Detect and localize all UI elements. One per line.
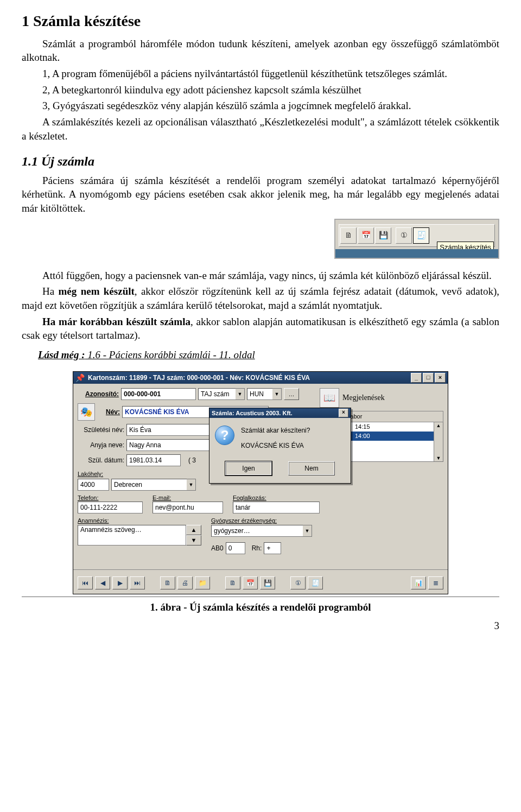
nav-new-icon[interactable]: 🗎 <box>225 576 240 589</box>
paragraph: Attól függően, hogy a paciensnek van-e m… <box>22 269 499 283</box>
toolbar-screenshot: 🗎 📅 💾 ① 🧾 Számla készítés <box>334 219 499 259</box>
appointments-title: Megjelenések <box>342 393 385 403</box>
figure-caption: 1. ábra - Új számla készítés a rendelői … <box>22 600 499 614</box>
toolbar-save-icon[interactable]: 💾 <box>375 227 391 244</box>
label-email: E-mail: <box>153 494 223 502</box>
window-controls: _ □ × <box>411 373 446 383</box>
bold-text: még nem készült <box>59 286 135 297</box>
country-combo[interactable]: HUN▼ <box>247 388 282 400</box>
form-body: 📖 Megjelenések időpont / Labor .01.07 14… <box>73 384 448 565</box>
toolbar-new-icon[interactable]: 🗎 <box>340 227 357 244</box>
yes-button[interactable]: Igen <box>225 461 272 475</box>
label-age: ( 3 <box>183 456 196 465</box>
toolbar-invoice-button[interactable]: 🧾 <box>413 227 429 244</box>
divider <box>22 597 499 597</box>
question-icon: ? <box>215 426 234 445</box>
label-azonosito: Azonosító: <box>78 390 119 398</box>
id-lookup-button[interactable]: … <box>284 388 299 400</box>
pin-icon <box>75 373 85 383</box>
toolbar-circled-1[interactable]: ① <box>396 227 412 244</box>
toolbar-calendar-icon[interactable]: 📅 <box>358 227 374 244</box>
nav-save-icon[interactable]: 💾 <box>260 576 275 589</box>
bold-text: Ha már korábban készült számla <box>42 316 190 327</box>
phone-field[interactable]: 00-111-2222 <box>78 502 143 513</box>
label-nev: Név: <box>98 408 120 416</box>
nav-folder-icon[interactable]: 📁 <box>195 576 210 589</box>
dialog-text: Számlát akar készíteni? KOVÁCSNÉ KIS ÉVA <box>241 426 310 451</box>
city-combo[interactable]: Debrecen▼ <box>111 479 196 491</box>
label-foglalkozas: Foglalkozás: <box>233 494 320 502</box>
nav-last-icon[interactable]: ⏭ <box>130 576 145 589</box>
heading-1-1: 1.1 Új számla <box>22 153 499 170</box>
nav-next-icon[interactable]: ▶ <box>112 576 128 589</box>
email-field[interactable]: nev@pont.hu <box>153 502 223 513</box>
paragraph: 3, Gyógyászati segédeszköz vény alapján … <box>22 99 499 113</box>
label-telefon: Telefon: <box>78 494 143 502</box>
nav-toolbar: ⏮ ◀ ▶ ⏭ 🗎 🖨 📁 🗎 📅 💾 ① 🧾 📊 ≣ <box>73 574 448 594</box>
paragraph: Számlát a programból háromféle módon tud… <box>22 37 499 65</box>
nav-calendar-icon[interactable]: 📅 <box>243 576 258 589</box>
mothername-field[interactable]: Nagy Anna <box>126 439 213 451</box>
text: Ha <box>42 286 59 297</box>
label-abo: AB0 <box>211 544 224 553</box>
label-anyja: Anyja neve: <box>78 441 124 449</box>
nav-circled1-icon[interactable]: ① <box>290 576 306 589</box>
close-button[interactable]: × <box>435 373 446 383</box>
scrollbar[interactable]: ▲▼ <box>434 422 443 461</box>
dialog-title: Számla: Acusticus 2003. Kft. <box>212 409 293 417</box>
abo-field[interactable]: 0 <box>226 542 245 554</box>
allergy-combo[interactable]: gyógyszer…▼ <box>211 525 312 537</box>
see-also-label: Lásd még : <box>38 349 85 360</box>
nav-print-icon[interactable]: 🖨 <box>177 576 193 589</box>
dialog-line2: KOVÁCSNÉ KIS ÉVA <box>241 441 310 451</box>
label-szulnev: Születési név: <box>78 426 124 434</box>
confirm-dialog: Számla: Acusticus 2003. Kft. × ? Számlát… <box>209 408 351 484</box>
dialog-titlebar: Számla: Acusticus 2003. Kft. × <box>209 408 351 418</box>
birthdate-field[interactable]: 1981.03.14 <box>126 454 181 466</box>
no-button[interactable]: Nem <box>288 461 335 475</box>
dialog-close-button[interactable]: × <box>339 409 348 417</box>
label-lakohely: Lakóhely: <box>78 471 103 477</box>
dialog-line1: Számlát akar készíteni? <box>241 426 310 435</box>
nav-list-icon[interactable]: ≣ <box>428 576 443 589</box>
rh-field[interactable]: + <box>264 542 281 554</box>
paragraph: A számlakészítés kezeli az opcionálisan … <box>22 115 499 143</box>
label-gyogyerz: Gyógyszer érzékenység: <box>211 517 312 525</box>
paragraph: Ha már korábban készült számla, akkor sa… <box>22 315 499 342</box>
titlebar: Kartonszám: 11899 - TAJ szám: 000-000-00… <box>73 372 448 384</box>
paragraph: Ha még nem készült, akkor először rögzít… <box>22 284 499 312</box>
heading-1: 1 Számla készítése <box>22 11 499 31</box>
see-also-link: Lásd még : 1.6 - Páciens korábbi számlái… <box>38 348 255 362</box>
scroll-up-button[interactable]: ▲ <box>186 525 201 535</box>
toolbar-bottom-bar <box>335 249 498 258</box>
nav-invoice-icon[interactable]: 🧾 <box>308 576 323 589</box>
calendar-book-icon: 📖 <box>320 388 339 408</box>
scroll-down-button[interactable]: ▼ <box>186 535 201 545</box>
job-field[interactable]: tanár <box>233 502 320 513</box>
anamnezis-field[interactable]: Anamnézis szöveg… <box>78 525 186 545</box>
page-number: 3 <box>22 619 499 633</box>
minimize-button[interactable]: _ <box>411 373 422 383</box>
nav-doc-icon[interactable]: 🗎 <box>160 576 175 589</box>
label-rh: Rh: <box>252 544 262 553</box>
nav-excel-icon[interactable]: 📊 <box>411 576 426 589</box>
paragraph: 2, A betegkartonról kiindulva egy adott … <box>22 83 499 97</box>
app-window: Kartonszám: 11899 - TAJ szám: 000-000-00… <box>73 371 448 594</box>
label-szuldat: Szül. dátum: <box>78 456 124 465</box>
nav-first-icon[interactable]: ⏮ <box>78 576 93 589</box>
zip-field[interactable]: 4000 <box>78 479 109 491</box>
mask-icon: 🎭 <box>78 403 95 421</box>
see-also-text: 1.6 - Páciens korábbi számlái - 11. olda… <box>85 349 255 360</box>
label-anamnezis: Anamnézis: <box>78 517 201 525</box>
id-field[interactable]: 000-000-001 <box>121 388 196 400</box>
nav-prev-icon[interactable]: ◀ <box>95 576 110 589</box>
window-title: Kartonszám: 11899 - TAJ szám: 000-000-00… <box>88 373 411 382</box>
maximize-button[interactable]: □ <box>423 373 434 383</box>
birthname-field[interactable]: Kis Éva <box>126 424 213 436</box>
idtype-combo[interactable]: TAJ szám▼ <box>198 388 245 400</box>
paragraph: Páciens számára új számla készítését a r… <box>22 174 499 215</box>
paragraph: 1, A program főmenüjéből a páciens nyilv… <box>22 67 499 81</box>
